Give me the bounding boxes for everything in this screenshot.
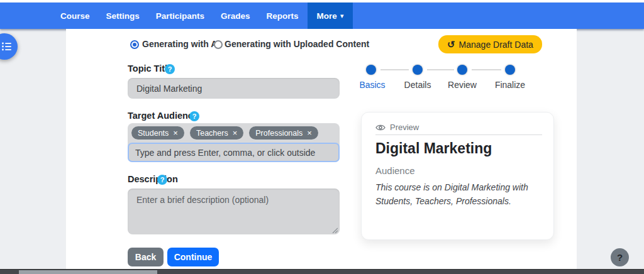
preview-audience-label: Audience (375, 165, 415, 176)
nav-item-settings[interactable]: Settings (106, 11, 140, 21)
description-textarea[interactable] (128, 189, 340, 234)
eye-icon (375, 124, 386, 131)
preview-header-label: Preview (390, 123, 419, 132)
description-help-icon[interactable]: ? (157, 175, 167, 185)
radio-generating-with-ai[interactable] (130, 40, 139, 49)
step-connector (472, 69, 501, 70)
preview-sentence: This course is on Digital Marketing with… (375, 180, 540, 209)
step-dot-details[interactable] (413, 65, 423, 75)
audience-tag-students[interactable]: Students × (131, 126, 184, 140)
list-icon (2, 42, 12, 51)
tag-label: Students (138, 129, 169, 138)
step-dot-review[interactable] (457, 65, 467, 75)
course-index-drawer-button[interactable] (0, 33, 18, 60)
screen: Course Settings Participants Grades Repo… (0, 0, 644, 274)
continue-button[interactable]: Continue (167, 248, 219, 266)
history-icon: ↺ (447, 40, 455, 49)
tag-label: Teachers (196, 129, 228, 138)
manage-draft-data-button[interactable]: ↺ Manage Draft Data (438, 35, 542, 53)
nav-item-more[interactable]: More ▾ (308, 3, 353, 29)
preview-header: Preview (375, 123, 419, 132)
nav-item-reports[interactable]: Reports (267, 11, 299, 21)
radio-generating-with-uploaded-content[interactable] (214, 40, 223, 49)
preview-title: Digital Marketing (375, 140, 492, 157)
tag-remove-icon[interactable]: × (307, 129, 312, 137)
tag-remove-icon[interactable]: × (233, 129, 238, 137)
audience-tag-professionals[interactable]: Professionals × (249, 126, 318, 140)
description-label: Description (128, 174, 178, 184)
topic-title-input[interactable] (128, 78, 340, 99)
step-connector (380, 69, 409, 70)
more-label: More (317, 11, 337, 21)
nav-items: Course Settings Participants Grades Repo… (60, 3, 353, 29)
back-button[interactable]: Back (128, 248, 164, 266)
step-label-review: Review (436, 80, 489, 90)
top-navbar: Course Settings Participants Grades Repo… (0, 3, 644, 29)
help-button[interactable]: ? (611, 248, 629, 266)
step-dot-finalize[interactable] (505, 65, 515, 75)
horizontal-scrollbar-thumb[interactable] (19, 270, 157, 274)
preview-card: Preview Digital Marketing Audience This … (361, 112, 554, 240)
preview-divider (375, 134, 542, 135)
chevron-down-icon: ▾ (340, 13, 344, 19)
topic-title-help-icon[interactable]: ? (165, 64, 175, 74)
step-label-finalize: Finalize (484, 80, 536, 90)
tag-label: Professionals (255, 129, 303, 138)
target-audience-label: Target Audience (128, 111, 198, 121)
nav-item-course[interactable]: Course (60, 11, 90, 21)
audience-tag-input[interactable] (128, 143, 340, 162)
radio-label-generating-with-uploaded-content[interactable]: Generating with Uploaded Content (225, 39, 369, 49)
audience-tag-teachers[interactable]: Teachers × (190, 126, 243, 140)
target-audience-help-icon[interactable]: ? (189, 111, 199, 121)
step-connector (427, 69, 454, 70)
nav-item-participants[interactable]: Participants (156, 11, 204, 21)
tag-remove-icon[interactable]: × (173, 129, 178, 137)
nav-item-grades[interactable]: Grades (221, 11, 250, 21)
radio-label-generating-with-ai[interactable]: Generating with AI (142, 39, 219, 49)
manage-draft-data-label: Manage Draft Data (459, 40, 533, 50)
step-dot-basics[interactable] (366, 65, 376, 75)
